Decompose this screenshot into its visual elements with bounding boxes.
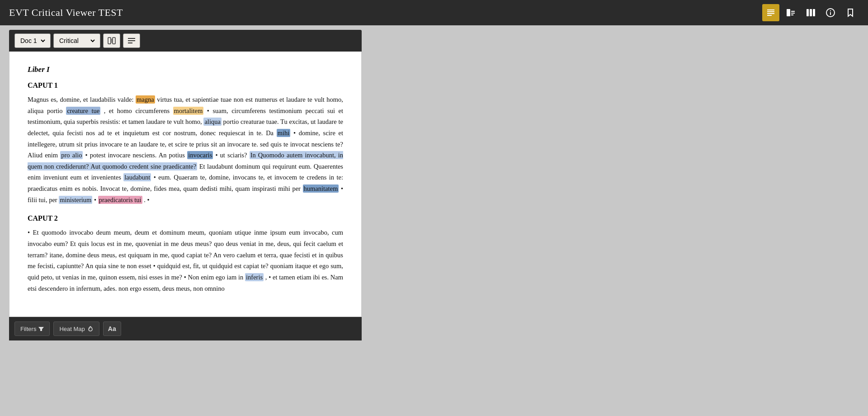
- highlight-praedicatoris-tui: praedicatoris tui: [98, 196, 142, 204]
- heatmap-button[interactable]: Heat Map: [53, 321, 99, 336]
- chapter-2-text: • Et quomodo invocabo deum meum, deum et…: [28, 227, 343, 294]
- app-header: EVT Critical Viewer TEST: [0, 0, 868, 25]
- svg-marker-22: [38, 327, 44, 331]
- fontsize-button[interactable]: Aa: [103, 321, 121, 336]
- toolbar: Doc 1 Doc 2 Doc 3 Critical Diplomatic Re…: [9, 30, 362, 52]
- highlight-pro-alio: pro alio: [60, 151, 83, 159]
- image-text-view-button[interactable]: [782, 4, 799, 21]
- highlight-mortalitem: mortalitem: [173, 107, 204, 115]
- mode-select[interactable]: Critical Diplomatic Reading: [53, 33, 100, 48]
- filters-button[interactable]: Filters: [14, 321, 50, 336]
- svg-rect-4: [787, 9, 790, 16]
- highlight-inferis: inferis: [245, 273, 264, 281]
- text-view-button[interactable]: [762, 4, 779, 21]
- filters-label: Filters: [20, 326, 36, 332]
- heatmap-label: Heat Map: [59, 326, 85, 332]
- highlight-mihi: mihi: [277, 129, 291, 137]
- svg-rect-3: [767, 15, 772, 16]
- chapter-1-text: Magnus es, domine, et laudabilis valde: …: [28, 94, 343, 205]
- highlight-creature-tue: creature tue: [66, 107, 100, 115]
- svg-rect-0: [767, 9, 774, 10]
- document-viewer[interactable]: Liber I CAPUT 1 Magnus es, domine, et la…: [9, 52, 362, 317]
- svg-rect-2: [767, 13, 774, 14]
- svg-rect-12: [830, 12, 831, 15]
- svg-rect-20: [128, 40, 135, 41]
- chapter-1-title: CAPUT 1: [28, 81, 343, 90]
- highlight-aliqua: aliqua: [203, 118, 221, 126]
- mode-dropdown[interactable]: Critical Diplomatic Reading: [57, 37, 96, 45]
- collation-view-button[interactable]: [802, 4, 819, 21]
- app-title: EVT Critical Viewer TEST: [9, 7, 762, 19]
- document-container: Doc 1 Doc 2 Doc 3 Critical Diplomatic Re…: [9, 30, 362, 340]
- main-area: Doc 1 Doc 2 Doc 3 Critical Diplomatic Re…: [0, 25, 868, 416]
- header-icon-group: [762, 4, 859, 21]
- bookmark-button[interactable]: [842, 4, 859, 21]
- highlight-magna: magna: [136, 95, 155, 104]
- highlight-invocaris: invocaris: [187, 151, 213, 159]
- svg-rect-19: [128, 38, 135, 39]
- svg-rect-9: [810, 9, 812, 16]
- info-button[interactable]: [822, 4, 839, 21]
- svg-rect-14: [108, 38, 111, 44]
- svg-rect-21: [128, 43, 132, 43]
- doc-dropdown[interactable]: Doc 1 Doc 2 Doc 3: [19, 37, 47, 45]
- svg-rect-8: [807, 9, 809, 16]
- highlight-humanitatem: humanitatem: [303, 184, 339, 193]
- list-icon-button[interactable]: [123, 33, 140, 48]
- svg-rect-5: [791, 11, 795, 12]
- highlight-laudabunt: laudabunt: [123, 173, 151, 181]
- section-title: Liber I: [28, 65, 343, 74]
- bottom-bar: Filters Heat Map Aa: [9, 317, 362, 340]
- doc-select[interactable]: Doc 1 Doc 2 Doc 3: [14, 33, 51, 48]
- columns-icon-button[interactable]: [103, 33, 120, 48]
- svg-rect-1: [767, 11, 774, 12]
- highlight-ministerium: ministerium: [59, 196, 92, 204]
- svg-rect-13: [830, 10, 831, 11]
- svg-rect-7: [791, 14, 793, 15]
- chapter-2-title: CAPUT 2: [28, 214, 343, 222]
- svg-rect-15: [113, 38, 115, 44]
- svg-rect-6: [791, 13, 795, 14]
- svg-rect-10: [813, 9, 815, 16]
- fontsize-icon: Aa: [108, 325, 116, 332]
